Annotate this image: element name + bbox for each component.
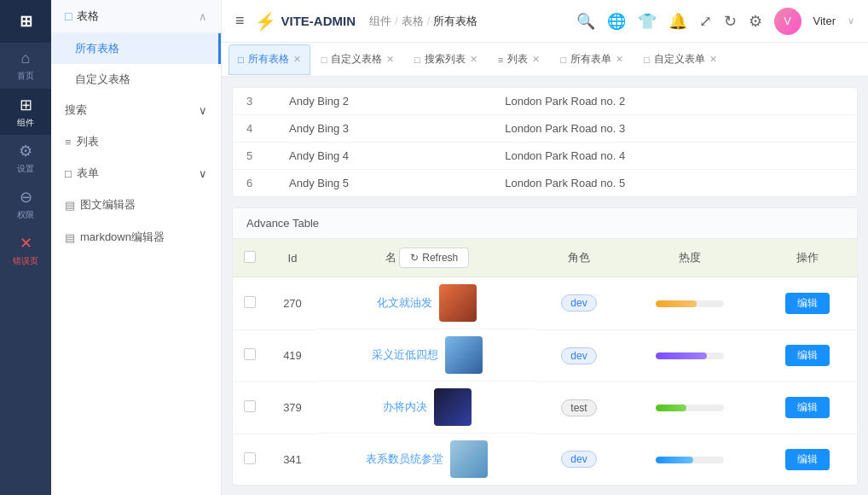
edit-button[interactable]: 编辑 [785, 449, 830, 470]
row-checkbox[interactable] [244, 296, 256, 308]
breadcrumb: 组件 / 表格 / 所有表格 [369, 14, 477, 29]
content-area: 3 Andy Bing 2 London Park Road no. 2 4 A… [222, 77, 868, 495]
cell-name: Andy Bing 2 [275, 88, 491, 115]
sidebar-item-list[interactable]: ≡ 列表 [51, 125, 221, 158]
bell-icon[interactable]: 🔔 [668, 12, 687, 31]
th-heat: 热度 [622, 239, 757, 277]
simple-table-row: 3 Andy Bing 2 London Park Road no. 2 [233, 88, 857, 115]
tab-label-all-forms: 所有表单 [570, 52, 611, 67]
sidebar-item-image-editor[interactable]: ▤ 图文编辑器 [51, 189, 221, 221]
edit-button[interactable]: 编辑 [785, 293, 830, 314]
main-content: ≡ ⚡ VITE-ADMIN 组件 / 表格 / 所有表格 🔍 🌐 👕 🔔 ⤢ … [222, 0, 868, 495]
progress-bar [656, 352, 724, 359]
simple-table-row: 5 Andy Bing 4 London Park Road no. 4 [233, 143, 857, 170]
sidebar-table-header[interactable]: □ 表格 ∧ [51, 0, 221, 33]
tab-icon-custom-tables: □ [321, 55, 327, 65]
nav-item-home[interactable]: ⌂ 首页 [0, 43, 51, 89]
nav-item-permissions[interactable]: ⊖ 权限 [0, 181, 51, 227]
tab-label-list: 列表 [507, 52, 528, 67]
cell-name: 办将内决 [318, 381, 536, 434]
tab-close-all-forms[interactable]: ✕ [616, 54, 623, 65]
tab-label-custom-forms: 自定义表单 [654, 52, 705, 67]
search-icon[interactable]: 🔍 [576, 12, 595, 31]
progress-bar [656, 457, 724, 463]
nav-item-components[interactable]: ⊞ 组件 [0, 89, 51, 135]
tab-list[interactable]: ≡ 列表 ✕ [489, 44, 549, 75]
tab-close-custom-forms[interactable]: ✕ [709, 54, 717, 65]
row-name-link[interactable]: 表系数员统参堂 [366, 451, 443, 467]
sidebar-item-all-tables[interactable]: 所有表格 [51, 33, 221, 64]
refresh-button[interactable]: ↻ Refresh [399, 248, 469, 268]
breadcrumb-components[interactable]: 组件 [369, 14, 391, 29]
row-checkbox[interactable] [244, 348, 256, 360]
nav-item-settings[interactable]: ⚙ 设置 [0, 135, 51, 181]
tab-label-all-tables: 所有表格 [248, 52, 289, 67]
cell-name: 表系数员统参堂 [318, 434, 536, 485]
sidebar-search-header[interactable]: 搜索 ∨ [51, 95, 221, 125]
sidebar-form-header[interactable]: □ 表单 ∨ [51, 158, 221, 189]
globe-icon[interactable]: 🌐 [607, 12, 626, 31]
cell-address: London Park Road no. 4 [491, 143, 857, 170]
header-checkbox[interactable] [244, 251, 256, 263]
row-checkbox[interactable] [244, 452, 256, 464]
sidebar-item-custom-tables[interactable]: 自定义表格 [51, 64, 221, 95]
progress-fill [656, 405, 686, 411]
cell-id: 3 [233, 88, 275, 115]
tab-custom-tables[interactable]: □ 自定义表格 ✕ [312, 44, 404, 75]
sidebar-item-markdown[interactable]: ▤ markdown编辑器 [51, 221, 221, 253]
table-row: 419 采义近低四想 dev 编辑 [233, 329, 857, 381]
row-name-link[interactable]: 办将内决 [383, 399, 427, 415]
advance-section: Advance Table Id 名 ↻ Refresh [232, 207, 858, 486]
tab-close-list[interactable]: ✕ [532, 54, 540, 65]
tabs-bar: □ 所有表格 ✕ □ 自定义表格 ✕ □ 搜索列表 ✕ ≡ 列表 ✕ □ 所有表… [222, 43, 868, 77]
table-row: 341 表系数员统参堂 dev 编辑 [233, 434, 857, 485]
user-name[interactable]: Viter [813, 15, 836, 27]
collapse-icon[interactable]: ∧ [199, 10, 207, 23]
gear-icon[interactable]: ⚙ [749, 12, 762, 31]
avatar[interactable]: V [774, 8, 801, 35]
cell-id: 270 [267, 277, 318, 330]
fullscreen-icon[interactable]: ⤢ [699, 12, 712, 31]
tab-search-list[interactable]: □ 搜索列表 ✕ [405, 44, 487, 75]
tab-custom-forms[interactable]: □ 自定义表单 ✕ [634, 44, 726, 75]
edit-button[interactable]: 编辑 [785, 397, 830, 418]
user-dropdown-icon[interactable]: ∨ [848, 15, 854, 26]
tab-close-custom-tables[interactable]: ✕ [386, 54, 394, 65]
row-thumbnail [434, 388, 472, 426]
th-role: 角色 [536, 239, 622, 277]
advance-table: Id 名 ↻ Refresh 角色 热度 操作 [233, 239, 857, 485]
nav-item-error[interactable]: ✕ 错误页 [0, 227, 51, 273]
cell-id: 379 [267, 381, 318, 434]
tab-icon-all-tables: □ [238, 55, 244, 65]
cell-heat [622, 381, 757, 434]
menu-toggle-icon[interactable]: ≡ [235, 12, 245, 30]
tab-icon-search-list: □ [414, 55, 420, 65]
th-name: 名 ↻ Refresh [318, 239, 536, 277]
refresh-icon[interactable]: ↻ [724, 12, 737, 31]
cell-id: 341 [267, 434, 318, 485]
edit-button[interactable]: 编辑 [785, 345, 830, 366]
cell-name: 化文就油发 [318, 277, 536, 329]
markdown-icon: ▤ [65, 231, 75, 244]
tab-all-tables[interactable]: □ 所有表格 ✕ [229, 44, 310, 75]
tab-close-all-tables[interactable]: ✕ [293, 54, 301, 65]
components-icon: ⊞ [20, 96, 32, 114]
progress-fill [656, 457, 693, 463]
tab-all-forms[interactable]: □ 所有表单 ✕ [551, 44, 633, 75]
topbar: ≡ ⚡ VITE-ADMIN 组件 / 表格 / 所有表格 🔍 🌐 👕 🔔 ⤢ … [222, 0, 868, 43]
sidebar-table-label: 表格 [77, 9, 99, 24]
tab-close-search-list[interactable]: ✕ [470, 54, 477, 65]
list-icon: ≡ [65, 136, 72, 148]
cell-address: London Park Road no. 2 [491, 88, 857, 115]
error-icon: ✕ [20, 234, 32, 253]
breadcrumb-table[interactable]: 表格 [402, 14, 424, 29]
role-badge: dev [561, 451, 596, 468]
shirt-icon[interactable]: 👕 [638, 12, 657, 31]
breadcrumb-current: 所有表格 [433, 14, 477, 29]
row-name-link[interactable]: 化文就油发 [377, 295, 432, 311]
row-name-link[interactable]: 采义近低四想 [372, 347, 438, 363]
row-thumbnail [450, 440, 488, 478]
icon-nav: ⊞ ⌂ 首页 ⊞ 组件 ⚙ 设置 ⊖ 权限 ✕ 错误页 [0, 0, 51, 495]
cell-checkbox [233, 381, 267, 434]
row-checkbox[interactable] [244, 400, 256, 412]
